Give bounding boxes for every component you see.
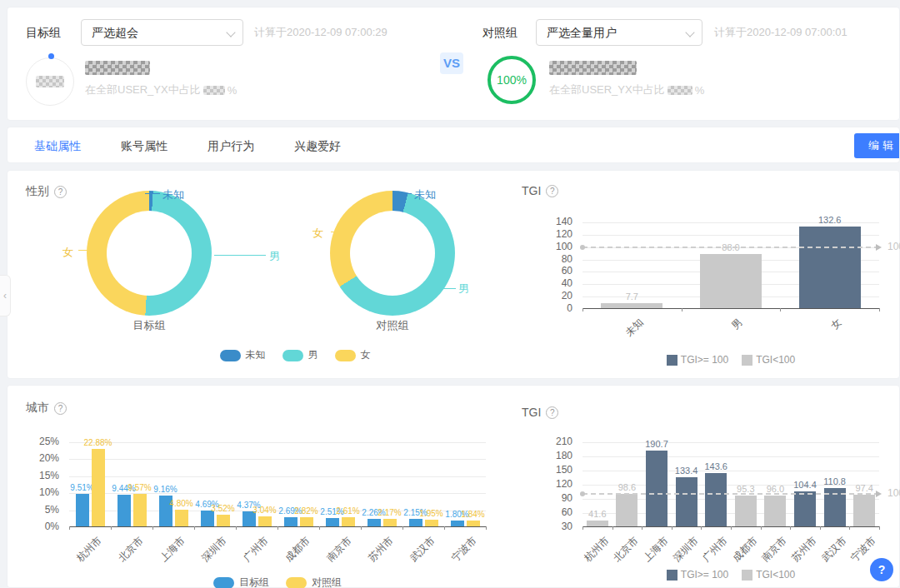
bar xyxy=(342,517,355,526)
city-tgi-chart: 41.698.6190.7133.4143.695.396.0104.4110.… xyxy=(532,434,900,587)
x-axis-tick xyxy=(194,526,195,530)
legend-item[interactable]: 男 xyxy=(282,348,318,362)
donut-caption-target: 目标组 xyxy=(87,318,212,333)
y-axis-tick-label: 120 xyxy=(532,478,572,490)
x-axis-tick xyxy=(672,526,672,530)
chevron-down-icon xyxy=(226,27,235,37)
help-icon[interactable]: ? xyxy=(546,406,558,419)
bar-value-label: 110.8 xyxy=(823,476,846,486)
edit-button[interactable]: 编辑 xyxy=(854,133,900,158)
reference-line-label: 100 xyxy=(888,241,900,252)
bar xyxy=(601,303,662,308)
vs-badge: VS xyxy=(440,52,463,74)
bar xyxy=(409,519,422,526)
floating-help-button[interactable]: ? xyxy=(870,558,893,581)
donut-label-unknown: 未知 xyxy=(414,187,436,202)
tab-basic-attributes[interactable]: 基础属性 xyxy=(34,127,81,163)
bar xyxy=(284,517,298,526)
x-axis-category-label: 上海市 xyxy=(641,534,672,565)
x-axis-tick xyxy=(582,526,583,530)
bar xyxy=(201,511,214,526)
help-icon[interactable]: ? xyxy=(54,186,67,198)
x-axis-tick xyxy=(879,308,880,311)
bar-value-label: 41.6 xyxy=(588,509,606,519)
legend-swatch xyxy=(220,350,241,361)
reference-line-dot xyxy=(580,245,585,250)
comparison-header-card: 目标组 严选超会 计算于2020-12-09 07:00:29 对照组 严选全量… xyxy=(7,7,900,121)
legend-item[interactable]: TGI>= 100 xyxy=(667,569,728,581)
x-axis-category-label: 武汉市 xyxy=(818,534,849,565)
x-axis-tick xyxy=(879,526,880,530)
chevron-left-icon[interactable]: ‹ xyxy=(0,275,11,316)
bar-value-label: 9.57% xyxy=(128,483,151,492)
label-line xyxy=(214,255,266,256)
x-axis-tick xyxy=(319,526,320,530)
legend-item[interactable]: TGI<100 xyxy=(742,569,795,581)
target-group-select[interactable]: 严选超会 xyxy=(81,19,243,46)
legend-item[interactable]: 未知 xyxy=(220,348,266,362)
bar xyxy=(705,473,727,526)
bar-value-label: 2.82% xyxy=(294,506,318,516)
legend-item[interactable]: TGI>= 100 xyxy=(667,354,728,366)
censored-avatar-text xyxy=(36,76,64,87)
bar xyxy=(175,510,188,526)
x-axis-tick xyxy=(682,308,682,311)
label-line xyxy=(145,193,160,194)
x-axis-category-label: 苏州市 xyxy=(366,534,397,565)
censored-percent-value xyxy=(668,86,692,95)
bar xyxy=(326,518,339,526)
help-icon[interactable]: ? xyxy=(54,402,67,415)
y-axis-tick-label: 5% xyxy=(28,504,59,516)
x-axis-tick xyxy=(849,526,850,530)
tabs-bar: 基础属性 账号属性 用户行为 兴趣爱好 编辑 xyxy=(7,127,900,163)
control-computed-time: 计算于2020-12-09 07:00:01 xyxy=(714,19,848,46)
legend-item[interactable]: 目标组 xyxy=(213,576,269,588)
legend-item[interactable]: 女 xyxy=(335,348,371,362)
gender-legend: 未知男女 xyxy=(158,348,432,362)
legend-label: 女 xyxy=(361,348,371,362)
bar-value-label: 4.80% xyxy=(169,499,192,508)
x-axis-tick xyxy=(402,526,403,530)
x-axis-category-label: 成都市 xyxy=(729,534,760,565)
x-axis-tick xyxy=(152,526,153,530)
help-icon[interactable]: ? xyxy=(546,185,558,197)
percent-sign: % xyxy=(695,84,705,97)
bar xyxy=(799,227,861,309)
y-axis-tick-label: 20 xyxy=(532,290,572,301)
x-axis-category-label: 杭州市 xyxy=(74,534,105,565)
tab-user-behavior[interactable]: 用户行为 xyxy=(208,127,254,163)
y-axis-tick-label: 25% xyxy=(28,436,59,447)
bar-value-label: 22.88% xyxy=(84,438,112,447)
control-group-select[interactable]: 严选全量用户 xyxy=(536,19,702,46)
x-axis-tick xyxy=(278,526,278,530)
reference-line-arrow xyxy=(876,491,882,497)
tab-interests[interactable]: 兴趣爱好 xyxy=(294,127,341,163)
y-axis-tick-label: 40 xyxy=(532,277,572,289)
bar xyxy=(133,494,147,526)
gender-title-text: 性别 xyxy=(26,184,49,199)
legend-item[interactable]: 对照组 xyxy=(286,576,342,588)
city-tgi-section-title: TGI ? xyxy=(522,406,558,419)
target-computed-time: 计算于2020-12-09 07:00:29 xyxy=(254,19,388,46)
x-axis-tick xyxy=(780,308,781,311)
chart-legend: TGI>= 100TGI<100 xyxy=(582,354,879,366)
donut-label-female: 女 xyxy=(62,245,73,260)
legend-label: 未知 xyxy=(246,348,266,362)
legend-item[interactable]: TGI<100 xyxy=(742,354,795,366)
y-axis-tick-label: 90 xyxy=(532,492,572,504)
bar xyxy=(425,520,438,526)
reference-line-dot xyxy=(580,491,585,496)
y-axis-tick-label: 0 xyxy=(532,302,572,314)
bar xyxy=(451,521,464,526)
control-group-label: 对照组 xyxy=(482,19,518,46)
status-dot xyxy=(48,53,54,59)
reference-line-arrow xyxy=(876,244,882,251)
chart-plot: 41.698.6190.7133.4143.695.396.0104.4110.… xyxy=(582,442,879,527)
bar-value-label: 132.6 xyxy=(818,215,842,225)
x-axis-tick xyxy=(761,526,762,530)
tab-account-attributes[interactable]: 账号属性 xyxy=(121,127,168,163)
x-axis-category-label: 成都市 xyxy=(282,534,313,565)
legend-swatch xyxy=(742,355,752,366)
bar xyxy=(853,495,875,526)
x-axis-tick xyxy=(69,526,70,530)
